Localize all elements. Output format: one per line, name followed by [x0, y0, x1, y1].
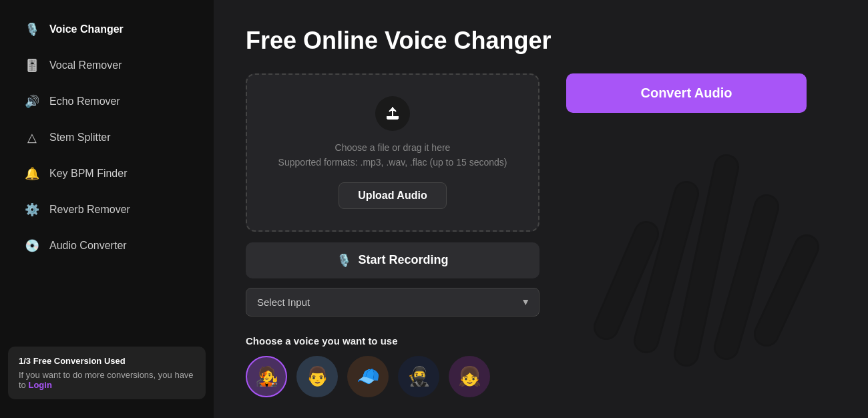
main-content: Free Online Voice Changer Choose a file …: [214, 0, 868, 418]
voice-avatar-v1[interactable]: 🧑‍🎤: [246, 356, 287, 397]
sidebar-footer-body: If you want to do more conversions, you …: [19, 370, 195, 390]
svg-line-0: [606, 234, 646, 327]
sidebar-item-key-bpm-finder[interactable]: 🔔 Key BPM Finder: [8, 156, 206, 191]
login-link[interactable]: Login: [28, 380, 51, 390]
voice-avatars: 🧑‍🎤👨🧢🥷👧: [246, 356, 539, 397]
svg-line-7: [686, 167, 726, 354]
select-input-wrapper: Select InputMicrophone (default)System A…: [246, 288, 539, 317]
sidebar-item-label: Key BPM Finder: [49, 168, 127, 180]
reverb-remover-icon: ⚙️: [24, 202, 40, 218]
echo-remover-icon: 🔊: [24, 93, 40, 110]
convert-audio-button[interactable]: Convert Audio: [566, 73, 807, 113]
content-area: Choose a file or drag it here Supported …: [246, 73, 836, 397]
voice-avatar-v4[interactable]: 🥷: [398, 356, 439, 397]
key-bpm-finder-icon: 🔔: [24, 166, 40, 182]
right-panel: Convert Audio: [566, 73, 807, 133]
stem-splitter-icon: △: [24, 130, 40, 146]
sidebar-item-label: Reverb Remover: [49, 204, 130, 216]
upload-area[interactable]: Choose a file or drag it here Supported …: [246, 73, 539, 232]
sidebar-item-echo-remover[interactable]: 🔊 Echo Remover: [8, 84, 206, 119]
sidebar-item-vocal-remover[interactable]: 🎚️ Vocal Remover: [8, 48, 206, 83]
sidebar: 🎙️ Voice Changer 🎚️ Vocal Remover 🔊 Echo…: [0, 0, 214, 418]
audio-converter-icon: 💿: [24, 238, 40, 254]
sidebar-item-reverb-remover[interactable]: ⚙️ Reverb Remover: [8, 192, 206, 227]
vocal-remover-icon: 🎚️: [24, 57, 40, 73]
sidebar-item-label: Echo Remover: [49, 95, 120, 108]
voice-avatar-v5[interactable]: 👧: [449, 356, 490, 397]
svg-line-3: [726, 207, 767, 347]
sidebar-item-stem-splitter[interactable]: △ Stem Splitter: [8, 120, 206, 155]
start-recording-button[interactable]: 🎙️ Start Recording: [246, 242, 539, 278]
svg-line-8: [726, 207, 767, 347]
waveform-decoration: [593, 114, 820, 370]
upload-hint: Choose a file or drag it here Supported …: [278, 140, 507, 170]
voice-changer-icon: 🎙️: [24, 21, 40, 37]
sidebar-item-label: Voice Changer: [49, 23, 124, 35]
sidebar-footer: 1/3 Free Conversion Used If you want to …: [8, 347, 206, 399]
voice-avatar-v3[interactable]: 🧢: [347, 356, 389, 397]
sidebar-item-voice-changer[interactable]: 🎙️ Voice Changer: [8, 12, 206, 47]
sidebar-item-audio-converter[interactable]: 💿 Audio Converter: [8, 228, 206, 263]
left-panel: Choose a file or drag it here Supported …: [246, 73, 539, 397]
sidebar-item-label: Vocal Remover: [49, 59, 122, 71]
voice-avatar-v2[interactable]: 👨: [296, 356, 338, 397]
upload-icon: [375, 96, 410, 131]
svg-line-1: [646, 194, 686, 341]
page-title: Free Online Voice Changer: [246, 27, 836, 55]
voice-section-label: Choose a voice you want to use: [246, 335, 539, 347]
svg-line-2: [686, 167, 726, 354]
upload-audio-button[interactable]: Upload Audio: [339, 182, 446, 209]
sidebar-footer-title: 1/3 Free Conversion Used: [19, 356, 195, 366]
microphone-icon: 🎙️: [337, 253, 351, 268]
svg-line-9: [767, 247, 807, 334]
select-input[interactable]: Select InputMicrophone (default)System A…: [246, 288, 539, 317]
sidebar-item-label: Audio Converter: [49, 240, 127, 252]
upload-arrow-icon: [385, 106, 401, 122]
svg-line-5: [606, 234, 646, 327]
svg-line-4: [767, 247, 807, 334]
sidebar-item-label: Stem Splitter: [49, 132, 111, 144]
svg-line-6: [646, 194, 686, 341]
